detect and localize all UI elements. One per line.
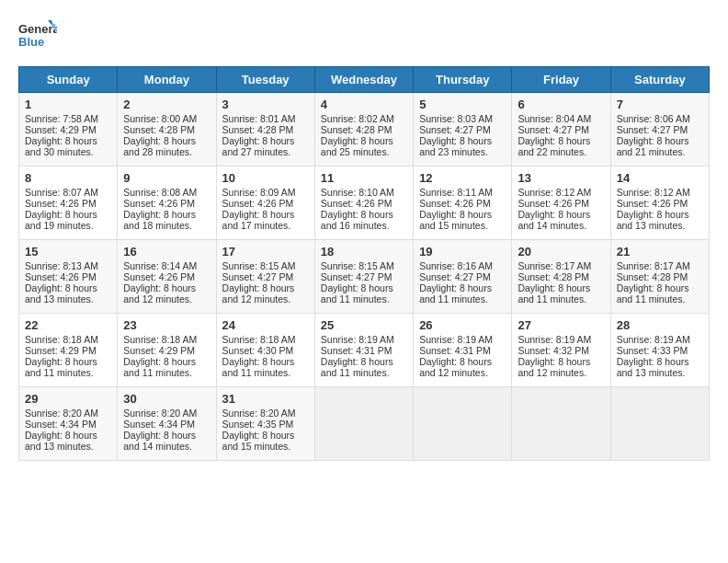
calendar-table: SundayMondayTuesdayWednesdayThursdayFrid… — [18, 66, 710, 461]
sunrise: Sunrise: 8:03 AM — [419, 113, 493, 124]
day-number: 21 — [617, 245, 703, 259]
sunrise: Sunrise: 8:00 AM — [123, 113, 197, 124]
daylight: Daylight: 8 hours and 17 minutes. — [222, 209, 295, 231]
calendar-cell: 27Sunrise: 8:19 AMSunset: 4:32 PMDayligh… — [512, 314, 610, 387]
sunrise: Sunrise: 8:19 AM — [518, 334, 591, 345]
calendar-cell: 16Sunrise: 8:14 AMSunset: 4:26 PMDayligh… — [118, 240, 216, 314]
sunrise: Sunrise: 8:12 AM — [617, 187, 690, 198]
daylight: Daylight: 8 hours and 13 minutes. — [25, 282, 97, 304]
sunrise: Sunrise: 8:19 AM — [419, 334, 493, 345]
daylight: Daylight: 8 hours and 13 minutes. — [617, 356, 689, 378]
day-number: 26 — [419, 318, 506, 332]
sunrise: Sunrise: 8:16 AM — [419, 260, 493, 271]
calendar-cell: 18Sunrise: 8:15 AMSunset: 4:27 PMDayligh… — [314, 240, 413, 314]
calendar-cell: 14Sunrise: 8:12 AMSunset: 4:26 PMDayligh… — [610, 167, 709, 240]
day-number: 19 — [419, 245, 506, 259]
day-header-friday: Friday — [512, 67, 610, 93]
daylight: Daylight: 8 hours and 11 minutes. — [222, 356, 295, 378]
calendar-cell: 24Sunrise: 8:18 AMSunset: 4:30 PMDayligh… — [216, 314, 314, 387]
sunrise: Sunrise: 8:18 AM — [222, 334, 296, 345]
calendar-cell: 2Sunrise: 8:00 AMSunset: 4:28 PMDaylight… — [118, 93, 216, 167]
sunset: Sunset: 4:27 PM — [617, 124, 688, 135]
calendar-cell: 7Sunrise: 8:06 AMSunset: 4:27 PMDaylight… — [610, 93, 709, 167]
sunrise: Sunrise: 8:07 AM — [25, 187, 98, 198]
calendar-cell: 19Sunrise: 8:16 AMSunset: 4:27 PMDayligh… — [414, 240, 512, 314]
svg-text:Blue: Blue — [18, 35, 44, 49]
day-number: 3 — [222, 98, 309, 111]
daylight: Daylight: 8 hours and 11 minutes. — [321, 356, 393, 378]
sunset: Sunset: 4:34 PM — [25, 419, 97, 430]
day-number: 11 — [321, 171, 407, 185]
sunrise: Sunrise: 8:10 AM — [321, 187, 394, 198]
logo: General Blue — [18, 18, 57, 57]
sunset: Sunset: 4:28 PM — [518, 271, 589, 282]
calendar-cell — [610, 387, 709, 461]
calendar-cell: 22Sunrise: 8:18 AMSunset: 4:29 PMDayligh… — [19, 314, 118, 387]
calendar-cell: 4Sunrise: 8:02 AMSunset: 4:28 PMDaylight… — [314, 93, 413, 167]
sunset: Sunset: 4:29 PM — [25, 345, 97, 356]
calendar-cell: 21Sunrise: 8:17 AMSunset: 4:28 PMDayligh… — [610, 240, 709, 314]
day-number: 10 — [222, 171, 309, 185]
daylight: Daylight: 8 hours and 13 minutes. — [25, 430, 97, 452]
day-number: 31 — [222, 392, 309, 406]
sunset: Sunset: 4:26 PM — [123, 198, 195, 209]
sunset: Sunset: 4:32 PM — [518, 345, 589, 356]
day-number: 8 — [25, 171, 111, 185]
sunrise: Sunrise: 8:15 AM — [321, 260, 394, 271]
sunrise: Sunrise: 8:08 AM — [123, 187, 197, 198]
day-header-thursday: Thursday — [414, 67, 512, 93]
day-header-monday: Monday — [118, 67, 216, 93]
sunset: Sunset: 4:30 PM — [222, 345, 294, 356]
calendar-cell — [512, 387, 610, 461]
day-number: 9 — [123, 171, 210, 185]
daylight: Daylight: 8 hours and 11 minutes. — [419, 282, 492, 304]
daylight: Daylight: 8 hours and 12 minutes. — [222, 282, 295, 304]
sunset: Sunset: 4:31 PM — [321, 345, 392, 356]
calendar-cell: 1Sunrise: 7:58 AMSunset: 4:29 PMDaylight… — [19, 93, 118, 167]
sunset: Sunset: 4:33 PM — [617, 345, 688, 356]
day-number: 27 — [518, 318, 604, 332]
daylight: Daylight: 8 hours and 15 minutes. — [222, 430, 295, 452]
calendar-cell: 26Sunrise: 8:19 AMSunset: 4:31 PMDayligh… — [414, 314, 512, 387]
day-number: 28 — [617, 318, 703, 332]
day-number: 2 — [123, 98, 210, 111]
sunrise: Sunrise: 8:17 AM — [518, 260, 591, 271]
sunrise: Sunrise: 8:20 AM — [222, 408, 296, 419]
sunset: Sunset: 4:26 PM — [25, 198, 97, 209]
day-number: 23 — [123, 318, 210, 332]
day-number: 12 — [419, 171, 506, 185]
daylight: Daylight: 8 hours and 21 minutes. — [617, 135, 689, 157]
day-number: 25 — [321, 318, 407, 332]
sunrise: Sunrise: 8:19 AM — [321, 334, 394, 345]
sunset: Sunset: 4:29 PM — [123, 345, 195, 356]
calendar-cell: 10Sunrise: 8:09 AMSunset: 4:26 PMDayligh… — [216, 167, 314, 240]
sunrise: Sunrise: 8:20 AM — [25, 408, 98, 419]
calendar-cell: 13Sunrise: 8:12 AMSunset: 4:26 PMDayligh… — [512, 167, 610, 240]
calendar-cell: 25Sunrise: 8:19 AMSunset: 4:31 PMDayligh… — [314, 314, 413, 387]
sunset: Sunset: 4:26 PM — [25, 271, 97, 282]
day-number: 14 — [617, 171, 703, 185]
sunset: Sunset: 4:26 PM — [419, 198, 491, 209]
day-number: 5 — [419, 98, 506, 111]
daylight: Daylight: 8 hours and 22 minutes. — [518, 135, 590, 157]
day-number: 29 — [25, 392, 111, 406]
day-header-sunday: Sunday — [19, 67, 118, 93]
calendar-cell — [414, 387, 512, 461]
calendar-cell: 11Sunrise: 8:10 AMSunset: 4:26 PMDayligh… — [314, 167, 413, 240]
sunset: Sunset: 4:34 PM — [123, 419, 195, 430]
day-number: 30 — [123, 392, 210, 406]
sunset: Sunset: 4:28 PM — [222, 124, 294, 135]
sunset: Sunset: 4:27 PM — [419, 271, 491, 282]
sunrise: Sunrise: 8:11 AM — [419, 187, 493, 198]
day-number: 24 — [222, 318, 309, 332]
daylight: Daylight: 8 hours and 30 minutes. — [25, 135, 97, 157]
calendar-cell: 3Sunrise: 8:01 AMSunset: 4:28 PMDaylight… — [216, 93, 314, 167]
sunset: Sunset: 4:31 PM — [419, 345, 491, 356]
daylight: Daylight: 8 hours and 11 minutes. — [518, 282, 590, 304]
daylight: Daylight: 8 hours and 16 minutes. — [321, 209, 393, 231]
sunset: Sunset: 4:26 PM — [321, 198, 392, 209]
sunrise: Sunrise: 8:14 AM — [123, 260, 197, 271]
calendar-week-1: 1Sunrise: 7:58 AMSunset: 4:29 PMDaylight… — [19, 93, 710, 167]
sunrise: Sunrise: 7:58 AM — [25, 113, 98, 124]
calendar-cell: 29Sunrise: 8:20 AMSunset: 4:34 PMDayligh… — [19, 387, 118, 461]
